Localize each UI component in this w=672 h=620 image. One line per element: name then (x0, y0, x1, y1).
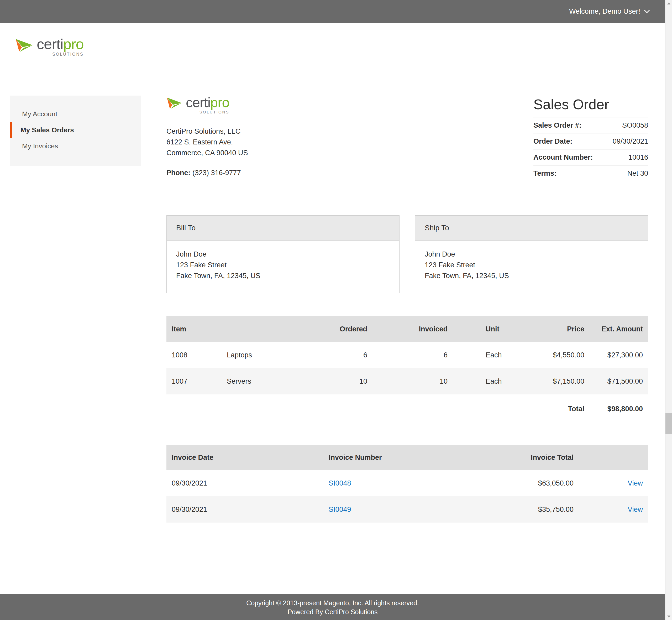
item-name: Servers (227, 377, 316, 385)
ship-to-line: John Doe (425, 249, 638, 260)
field-label: Terms: (534, 169, 557, 177)
ship-to-title: Ship To (415, 216, 648, 241)
bill-to-box: Bill To John Doe 123 Fake Street Fake To… (166, 215, 399, 293)
logo-part1: certi (186, 95, 210, 110)
col-invoice-total: Invoice Total (460, 454, 573, 462)
welcome-user-menu[interactable]: Welcome, Demo User! (569, 0, 649, 23)
item-unit: Each (448, 351, 526, 359)
sales-order-document: certipro SOLUTIONS CertiPro Solutions, L… (166, 96, 648, 523)
order-field-sales-order-number: Sales Order #: SO0058 (534, 117, 648, 133)
document-logo-text: certipro SOLUTIONS (186, 96, 229, 114)
col-item: Item (172, 325, 227, 333)
view-invoice-link[interactable]: View (573, 506, 643, 514)
company-name: CertiPro Solutions, LLC (166, 126, 429, 137)
address-boxes: Bill To John Doe 123 Fake Street Fake To… (166, 215, 648, 293)
site-logo-text: certipro SOLUTIONS (37, 37, 84, 56)
items-table: Item Ordered Invoiced Unit Price Ext. Am… (166, 316, 648, 423)
col-invoice-number: Invoice Number (329, 454, 460, 462)
col-ext-amount: Ext. Amount (584, 325, 643, 333)
bill-to-line: Fake Town, FA, 12345, US (176, 270, 390, 281)
order-summary: Sales Order Sales Order #: SO0058 Order … (534, 96, 648, 182)
ship-to-line: Fake Town, FA, 12345, US (425, 270, 638, 281)
company-address-line1: 6122 S. Eastern Ave. (166, 137, 429, 148)
invoice-total: $63,050.00 (460, 479, 573, 487)
powered-by-text: Powered By CertiPro Solutions (0, 607, 665, 616)
total-label: Total (526, 405, 584, 413)
topbar: Welcome, Demo User! (0, 0, 665, 23)
field-value: SO0058 (622, 121, 648, 130)
invoice-number-link[interactable]: SI0048 (329, 479, 460, 487)
item-ordered: 6 (316, 351, 367, 359)
table-row: 09/30/2021 SI0048 $63,050.00 View (166, 470, 648, 496)
sidebar: My Account My Sales Orders My Invoices (10, 96, 141, 166)
document-logo: certipro SOLUTIONS (166, 96, 429, 114)
order-field-account-number: Account Number: 10016 (534, 149, 648, 165)
certipro-logo-icon (15, 37, 33, 55)
chevron-down-icon (644, 8, 650, 13)
field-value: 10016 (628, 153, 648, 161)
invoices-table-header: Invoice Date Invoice Number Invoice Tota… (166, 445, 648, 470)
items-total-row: Total $98,800.00 (166, 395, 648, 423)
invoice-total: $35,750.00 (460, 506, 573, 514)
invoice-date: 09/30/2021 (172, 506, 329, 514)
col-unit: Unit (448, 325, 526, 333)
col-price: Price (526, 325, 584, 333)
col-invoice-date: Invoice Date (172, 454, 329, 462)
item-number: 1007 (172, 377, 227, 385)
table-row: 1008 Laptops 6 6 Each $4,550.00 $27,300.… (166, 342, 648, 368)
arrow-up-icon (667, 2, 670, 4)
field-label: Order Date: (534, 137, 572, 146)
footer: Copyright © 2013-present Magento, Inc. A… (0, 594, 665, 620)
item-name: Laptops (227, 351, 316, 359)
ship-to-box: Ship To John Doe 123 Fake Street Fake To… (415, 215, 648, 293)
phone-label: Phone: (166, 169, 190, 177)
phone-value: (323) 316-9777 (192, 169, 241, 177)
company-phone: Phone: (323) 316-9777 (166, 169, 429, 177)
logo-subtext: SOLUTIONS (186, 110, 229, 114)
invoice-date: 09/30/2021 (172, 479, 329, 487)
item-ext-amount: $71,500.00 (584, 377, 643, 385)
company-address-line2: Commerce, CA 90040 US (166, 148, 429, 158)
logo-part2: pro (210, 95, 229, 110)
col-invoiced: Invoiced (367, 325, 448, 333)
arrow-down-icon (667, 616, 670, 618)
field-value: Net 30 (627, 169, 648, 177)
scrollbar-thumb[interactable] (665, 413, 672, 434)
col-ordered: Ordered (316, 325, 367, 333)
table-row: 1007 Servers 10 10 Each $7,150.00 $71,50… (166, 368, 648, 395)
site-logo[interactable]: certipro SOLUTIONS (15, 37, 84, 56)
bill-to-title: Bill To (167, 216, 399, 241)
item-number: 1008 (172, 351, 227, 359)
field-value: 09/30/2021 (613, 137, 648, 146)
field-label: Account Number: (534, 153, 593, 161)
document-header: certipro SOLUTIONS CertiPro Solutions, L… (166, 96, 648, 182)
logo-part1: certi (37, 36, 63, 52)
item-invoiced: 6 (367, 351, 448, 359)
invoice-number-link[interactable]: SI0049 (329, 506, 460, 514)
order-field-terms: Terms: Net 30 (534, 165, 648, 181)
view-invoice-link[interactable]: View (573, 479, 643, 487)
page-title: Sales Order (534, 96, 648, 113)
company-address: CertiPro Solutions, LLC 6122 S. Eastern … (166, 126, 429, 158)
copyright-text: Copyright © 2013-present Magento, Inc. A… (0, 599, 665, 607)
sidebar-item-my-sales-orders[interactable]: My Sales Orders (10, 122, 141, 138)
sidebar-item-my-account[interactable]: My Account (10, 106, 141, 122)
vertical-scrollbar[interactable] (665, 0, 672, 620)
company-block: certipro SOLUTIONS CertiPro Solutions, L… (166, 96, 429, 182)
bill-to-address: John Doe 123 Fake Street Fake Town, FA, … (167, 241, 399, 293)
items-table-header: Item Ordered Invoiced Unit Price Ext. Am… (166, 316, 648, 342)
item-ext-amount: $27,300.00 (584, 351, 643, 359)
table-row: 09/30/2021 SI0049 $35,750.00 View (166, 496, 648, 523)
sidebar-item-my-invoices[interactable]: My Invoices (10, 138, 141, 154)
scroll-up-button[interactable] (665, 0, 672, 7)
item-unit: Each (448, 377, 526, 385)
logo-subtext: SOLUTIONS (37, 52, 84, 56)
bill-to-line: 123 Fake Street (176, 260, 390, 270)
invoices-table: Invoice Date Invoice Number Invoice Tota… (166, 445, 648, 523)
field-label: Sales Order #: (534, 121, 581, 130)
ship-to-address: John Doe 123 Fake Street Fake Town, FA, … (415, 241, 648, 293)
order-field-order-date: Order Date: 09/30/2021 (534, 133, 648, 149)
total-value: $98,800.00 (584, 405, 643, 413)
bill-to-line: John Doe (176, 249, 390, 260)
scroll-down-button[interactable] (665, 613, 672, 620)
